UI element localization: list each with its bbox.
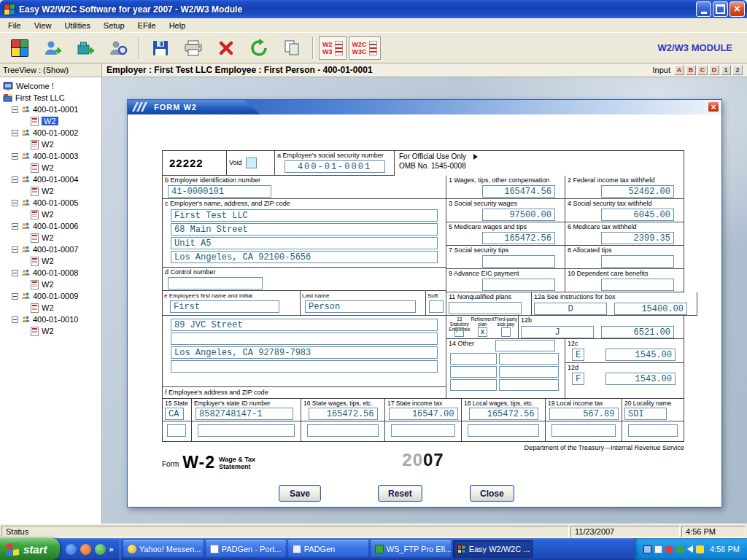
collapse-icon[interactable] [12, 153, 18, 160]
box17-field-row2[interactable] [391, 424, 455, 437]
locality-field[interactable]: SDI [624, 408, 667, 420]
box12d-code-field[interactable]: F [572, 373, 584, 385]
menu-setup[interactable]: Setup [97, 20, 131, 31]
collapse-icon[interactable] [12, 223, 18, 230]
print-button[interactable] [178, 35, 209, 61]
tree-w2-item[interactable]: W2 [3, 302, 101, 314]
delete-button[interactable] [211, 35, 241, 61]
employee-address4-field[interactable] [171, 360, 438, 373]
box19-field[interactable]: 567.89 [549, 408, 619, 420]
tree-w2-item[interactable]: W2 [3, 232, 101, 244]
suffix-field[interactable] [429, 300, 444, 313]
input-badge-d[interactable]: D [709, 65, 719, 75]
tree-employee-node[interactable]: 400-01-0006 [3, 220, 101, 232]
task-wsftp[interactable]: WS_FTP Pro Efi... [371, 540, 451, 558]
w2-w3-button[interactable]: W2 W3 [319, 36, 347, 60]
task-padgen-portable[interactable]: PADGen - Port... [206, 540, 286, 558]
collapse-icon[interactable] [12, 130, 18, 136]
collapse-icon[interactable] [12, 270, 18, 276]
state-field-row2[interactable] [167, 424, 186, 437]
box4-field[interactable]: 6045.00 [601, 209, 674, 221]
input-badge-2[interactable]: 2 [732, 65, 743, 75]
tree-company-item[interactable]: First Test LLC [3, 92, 101, 104]
box7-field[interactable] [482, 255, 555, 268]
box16-field[interactable]: 165472.56 [309, 408, 378, 420]
tree-w2-item[interactable]: W2 [3, 209, 101, 220]
task-yahoo-messenger[interactable]: Yahoo! Messen... [123, 540, 204, 558]
module-home-button[interactable] [4, 35, 35, 61]
tray-update-icon[interactable] [696, 545, 704, 553]
menu-utilities[interactable]: Utilities [58, 20, 96, 31]
close-form-button[interactable]: Close [470, 485, 514, 502]
menu-file[interactable]: File [1, 20, 28, 31]
box1-field[interactable]: 165474.56 [482, 185, 555, 198]
box19-field-row2[interactable] [551, 424, 616, 437]
state-id-field[interactable]: 8582748147-1 [196, 408, 293, 420]
box18-field[interactable]: 165472.56 [469, 408, 538, 420]
tree-employee-node[interactable]: 400-01-0007 [3, 244, 101, 255]
tree-w2-item[interactable]: W2 [3, 255, 101, 267]
state-field[interactable]: CA [165, 408, 184, 420]
tree-w2-item[interactable]: W2 [3, 279, 101, 290]
box8-field[interactable] [601, 255, 674, 268]
input-badge-a[interactable]: A [674, 65, 684, 75]
treeview-toggle[interactable]: TreeView : (Show) [0, 63, 102, 77]
quick-launch-browser-icon[interactable] [66, 544, 77, 555]
tree-welcome-item[interactable]: Welcome ! [3, 80, 101, 92]
box14-field[interactable] [450, 366, 497, 378]
box17-field[interactable]: 16547.00 [389, 408, 458, 420]
employer-name-field[interactable]: First Test LLC [171, 209, 438, 222]
find-employee-button[interactable] [103, 35, 133, 61]
tree-w2-item[interactable]: W2 [3, 139, 101, 150]
menu-efile[interactable]: EFile [131, 20, 163, 31]
box14-field[interactable] [499, 353, 559, 365]
minimize-button[interactable] [696, 1, 711, 17]
box3-field[interactable]: 97500.00 [482, 209, 555, 221]
employee-city-field[interactable]: Los Angeles, CA 92789-7983 [171, 346, 438, 359]
tree-employee-node[interactable]: 400-01-0010 [3, 314, 101, 325]
add-employee-button[interactable] [37, 35, 68, 61]
collapse-icon[interactable] [12, 106, 18, 113]
control-number-field[interactable] [168, 277, 263, 289]
maximize-button[interactable] [713, 1, 728, 17]
tree-employee-node[interactable]: 400-01-0008 [3, 267, 101, 279]
box6-field[interactable]: 2399.35 [601, 232, 674, 244]
menu-view[interactable]: View [28, 20, 58, 31]
close-button[interactable] [729, 1, 745, 17]
employer-city-field[interactable]: Los Angeles, CA 92100-5656 [171, 251, 438, 263]
tree-employee-node[interactable]: 400-01-0009 [3, 290, 101, 302]
tree-w2-item[interactable]: W2 [3, 185, 101, 197]
tree-w2-item[interactable]: W2 [3, 115, 101, 127]
menu-help[interactable]: Help [163, 20, 193, 31]
box12a-field[interactable]: 15400.00 [614, 303, 687, 315]
input-badge-c[interactable]: C [697, 65, 708, 75]
input-badge-1[interactable]: 1 [721, 65, 731, 75]
box12a-code-field[interactable]: D [534, 303, 607, 315]
task-easy-w2[interactable]: Easy W2/W2C ... [453, 540, 533, 558]
last-name-field[interactable]: Person [305, 300, 416, 313]
w2c-w3c-button[interactable]: W2C W3C [349, 36, 381, 60]
box14-field[interactable] [450, 379, 497, 391]
quick-launch-overflow-icon[interactable] [109, 545, 114, 553]
tray-network-icon[interactable] [643, 545, 651, 553]
copy-button[interactable] [276, 35, 307, 61]
reset-form-button[interactable]: Reset [378, 485, 422, 502]
tree-employee-node[interactable]: 400-01-0005 [3, 197, 101, 209]
tray-antivirus-icon[interactable] [676, 545, 684, 553]
add-employer-button[interactable] [70, 35, 101, 61]
box18-field-row2[interactable] [468, 424, 539, 437]
box16-field-row2[interactable] [307, 424, 379, 437]
quick-launch-messenger-icon[interactable] [80, 544, 91, 555]
collapse-icon[interactable] [12, 316, 18, 323]
box12d-field[interactable]: 1543.00 [605, 373, 676, 385]
box12b-code-field[interactable]: J [521, 326, 594, 338]
box10-field[interactable] [601, 279, 674, 291]
thirdparty-checkbox[interactable] [501, 327, 511, 337]
form-close-button[interactable] [708, 101, 719, 112]
box14-field[interactable] [450, 353, 497, 365]
void-checkbox[interactable] [246, 158, 257, 168]
employee-address2-field[interactable] [171, 332, 438, 345]
quick-launch-mail-icon[interactable] [95, 544, 106, 555]
task-padgen[interactable]: PADGen [288, 540, 368, 558]
tray-volume-icon[interactable] [687, 545, 693, 553]
